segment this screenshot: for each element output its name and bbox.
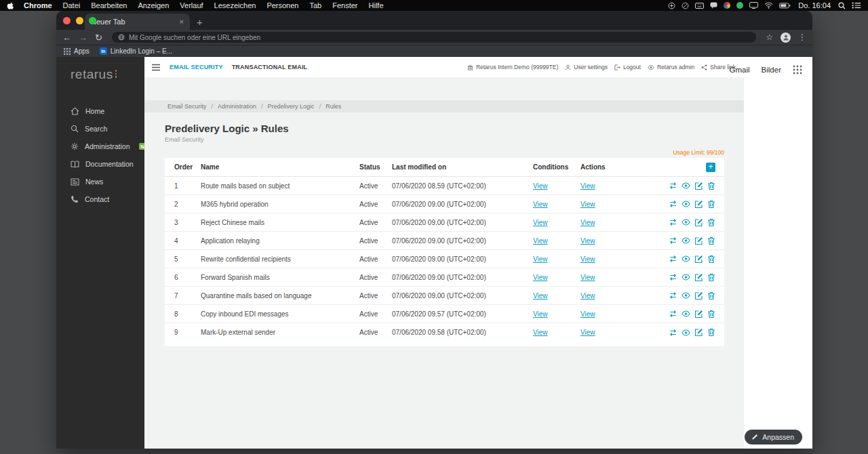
control-center-list-icon[interactable]	[852, 2, 861, 9]
delete-rule-icon[interactable]	[707, 255, 715, 264]
edit-rule-icon[interactable]	[694, 255, 703, 264]
sidebar-item-administration[interactable]: Administration NEW	[56, 138, 144, 155]
back-icon[interactable]: ←	[62, 33, 71, 42]
profile-color-icon[interactable]	[724, 2, 730, 9]
actions-view-link[interactable]: View	[580, 201, 595, 208]
clone-rule-icon[interactable]	[669, 255, 677, 263]
actions-view-link[interactable]: View	[580, 219, 595, 226]
browser-menu-icon[interactable]: ⋮	[798, 33, 806, 42]
conditions-view-link[interactable]: View	[533, 329, 548, 336]
sidebar-item-contact[interactable]: Contact	[56, 190, 144, 208]
delete-rule-icon[interactable]	[707, 218, 715, 227]
actions-view-link[interactable]: View	[580, 274, 595, 281]
tab-transactional-email[interactable]: TRANSACTIONAL EMAIL	[232, 64, 308, 70]
sidebar-item-news[interactable]: News	[56, 173, 144, 190]
delete-rule-icon[interactable]	[707, 310, 715, 318]
actions-view-link[interactable]: View	[580, 255, 595, 263]
gmail-link[interactable]: Gmail	[730, 66, 750, 74]
preview-rule-icon[interactable]	[682, 237, 690, 244]
apps-shortcut[interactable]: Apps	[64, 47, 90, 55]
actions-view-link[interactable]: View	[580, 329, 595, 336]
edit-rule-icon[interactable]	[694, 218, 703, 227]
preview-rule-icon[interactable]	[682, 182, 690, 189]
menubar-item[interactable]: Hilfe	[369, 1, 384, 9]
preview-rule-icon[interactable]	[682, 310, 690, 317]
preview-rule-icon[interactable]	[682, 255, 690, 262]
retarus-admin-link[interactable]: Retarus admin	[648, 64, 694, 70]
actions-view-link[interactable]: View	[580, 237, 595, 245]
address-bar[interactable]: Mit Google suchen oder eine URL eingeben	[112, 32, 756, 43]
conditions-view-link[interactable]: View	[533, 219, 548, 226]
display-mirroring-icon[interactable]	[749, 2, 758, 9]
actions-view-link[interactable]: View	[580, 292, 595, 300]
edit-rule-icon[interactable]	[694, 273, 703, 282]
google-apps-grid-icon[interactable]	[793, 65, 802, 75]
edit-rule-icon[interactable]	[694, 291, 703, 300]
clone-rule-icon[interactable]	[669, 236, 677, 245]
tenant-selector[interactable]: Retarus Intern Demo (99999TE)	[467, 64, 558, 70]
logout-link[interactable]: Logout	[614, 64, 641, 70]
delete-rule-icon[interactable]	[707, 328, 715, 337]
wifi-icon[interactable]	[764, 2, 773, 9]
menubar-item[interactable]: Bearbeiten	[91, 1, 127, 9]
profile-avatar[interactable]	[781, 33, 791, 43]
menubar-item[interactable]: Verlauf	[180, 1, 203, 9]
preview-rule-icon[interactable]	[682, 219, 690, 226]
hamburger-menu-icon[interactable]	[151, 64, 161, 71]
sidebar-item-search[interactable]: Search	[56, 120, 144, 138]
new-tab-button[interactable]: +	[197, 17, 203, 27]
menubar-item[interactable]: Fenster	[332, 1, 357, 9]
clone-rule-icon[interactable]	[669, 218, 677, 226]
sidebar-item-home[interactable]: Home	[56, 102, 144, 120]
clone-rule-icon[interactable]	[669, 273, 677, 281]
breadcrumb-item[interactable]: Predelivery Logic	[268, 103, 326, 110]
preview-rule-icon[interactable]	[682, 274, 690, 281]
menubar-item[interactable]: Personen	[267, 1, 298, 9]
conditions-view-link[interactable]: View	[533, 310, 548, 318]
forward-icon[interactable]: →	[79, 33, 87, 42]
edit-rule-icon[interactable]	[694, 200, 703, 209]
menubar-item[interactable]: Anzeigen	[138, 1, 169, 9]
messages-icon[interactable]	[710, 2, 717, 9]
menubar-item[interactable]: Datei	[63, 1, 81, 9]
bookmark-linkedin[interactable]: in LinkedIn Login – E...	[100, 47, 172, 55]
menubar-item[interactable]: Tab	[309, 1, 321, 9]
actions-view-link[interactable]: View	[580, 182, 595, 190]
keyboard-icon[interactable]	[695, 3, 704, 9]
menubar-clock[interactable]: Do. 16:04	[798, 1, 831, 9]
tab-close-icon[interactable]: ×	[180, 18, 184, 26]
delete-rule-icon[interactable]	[707, 200, 715, 209]
add-rule-button[interactable]: +	[706, 163, 715, 172]
menubar-item[interactable]: Lesezeichen	[214, 1, 256, 9]
apple-logo-icon[interactable]	[7, 1, 14, 10]
edit-rule-icon[interactable]	[694, 310, 703, 318]
breadcrumb-item[interactable]: Rules	[326, 103, 351, 110]
clone-rule-icon[interactable]	[669, 310, 677, 318]
minimize-window-button[interactable]	[76, 17, 83, 24]
conditions-view-link[interactable]: View	[533, 201, 548, 208]
conditions-view-link[interactable]: View	[533, 274, 548, 281]
clone-rule-icon[interactable]	[669, 182, 677, 190]
battery-icon[interactable]	[779, 3, 791, 9]
tab-email-security[interactable]: EMAIL SECURITY	[170, 64, 223, 70]
user-settings-link[interactable]: User settings	[565, 64, 608, 70]
customize-ntp-button[interactable]: Anpassen	[745, 430, 802, 445]
clone-rule-icon[interactable]	[669, 200, 677, 208]
bookmark-star-icon[interactable]: ☆	[766, 33, 773, 42]
close-window-button[interactable]	[63, 17, 71, 24]
delete-rule-icon[interactable]	[707, 182, 715, 190]
clone-rule-icon[interactable]	[669, 291, 677, 300]
do-not-disturb-icon[interactable]	[682, 2, 689, 9]
sidebar-item-documentation[interactable]: Documentation	[56, 155, 144, 173]
sync-status-icon[interactable]	[668, 2, 675, 9]
images-link[interactable]: Bilder	[762, 66, 781, 74]
browser-tab[interactable]: Neuer Tab ×	[85, 14, 190, 30]
conditions-view-link[interactable]: View	[533, 255, 548, 263]
edit-rule-icon[interactable]	[694, 236, 703, 245]
status-green-icon[interactable]	[736, 2, 743, 9]
delete-rule-icon[interactable]	[707, 236, 715, 245]
preview-rule-icon[interactable]	[682, 292, 690, 299]
clone-rule-icon[interactable]	[669, 329, 677, 337]
spotlight-search-icon[interactable]	[838, 2, 846, 9]
conditions-view-link[interactable]: View	[533, 237, 548, 245]
